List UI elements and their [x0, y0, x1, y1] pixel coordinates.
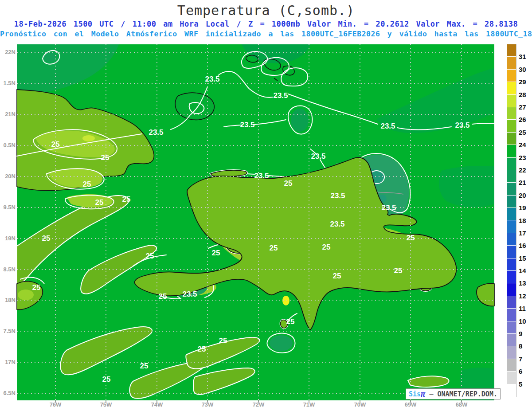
contour-value-label: 23.5: [330, 220, 344, 228]
contour-value-label: 25: [159, 292, 167, 301]
lat-label: 9.5N: [0, 204, 16, 211]
colorbar-segment: [507, 220, 516, 233]
contour-value-label: 25: [122, 195, 131, 204]
lon-label: 71W: [300, 401, 318, 408]
colorbar-tick-label: 21: [519, 179, 532, 186]
colorbar-segment: [507, 346, 516, 359]
temperature-map: 23.523.523.523.523.523.523.523.523.523.5…: [17, 44, 494, 400]
contour-value-label: 23.5: [240, 121, 254, 129]
colorbar-segment: [507, 296, 516, 309]
contour-value-label: 23.5: [273, 91, 288, 100]
contour-value-label: 23.5: [380, 122, 395, 130]
contour-value-label: 25: [286, 317, 295, 326]
contour-value-label: 25: [219, 337, 227, 345]
sispi-product-label: Sis: [409, 390, 421, 398]
colorbar-tick-label: 29: [519, 78, 532, 86]
colorbar-segment: [507, 95, 516, 107]
contour-value-label: 23.5: [455, 121, 469, 129]
contour-value-label: 25: [198, 345, 206, 353]
contour-value-label: 25: [212, 249, 220, 257]
lat-label: 1.5N: [0, 80, 16, 87]
colorbar-segment: [507, 145, 516, 157]
onamet-org-label: ONAMET/REP.DOM.: [437, 390, 497, 398]
colorbar-tick-label: 8: [519, 342, 532, 350]
contour-value-label: 25: [322, 243, 331, 251]
contour-value-label: 25: [333, 272, 341, 280]
colorbar-tick-label: 11: [519, 305, 532, 312]
contour-value-label: 23.5: [254, 172, 269, 180]
contour-value-label: 23.5: [330, 192, 345, 200]
lon-label: 70W: [351, 401, 369, 408]
colorbar-tick-label: 28: [519, 91, 532, 98]
colorbar-segment: [507, 258, 516, 271]
colorbar-tick-label: 22: [519, 166, 532, 174]
colorbar-tick-label: 10: [519, 317, 532, 325]
contour-value-label: 25: [42, 234, 51, 243]
watermark-dash: –: [425, 390, 437, 398]
colorbar-tick-label: 20: [519, 192, 532, 199]
weather-map-figure: Temperatura (C,somb.) 18-Feb-2026 1500 U…: [0, 0, 532, 411]
lon-label: 68W: [453, 401, 470, 408]
model-run-subtitle: Pronóstico con el Modelo Atmósferico WRF…: [0, 30, 532, 38]
colorbar-segment: [507, 107, 516, 120]
lon-label: 75W: [97, 401, 115, 408]
colorbar-tick-label: 25: [519, 129, 532, 136]
colorbar-segment: [507, 57, 516, 69]
colorbar-segment: [507, 82, 516, 94]
temperature-colorbar: [507, 44, 516, 397]
colorbar-tick-label: 31: [519, 53, 532, 60]
lat-label: 7.5N: [0, 328, 16, 335]
colorbar-segment: [507, 271, 516, 283]
pi-symbol: π: [421, 390, 425, 399]
contour-value-label: 23.5: [205, 75, 219, 83]
contour-value-label: 23.5: [311, 152, 325, 160]
colorbar-segment: [507, 208, 516, 220]
colorbar-tick-label: 30: [519, 66, 532, 73]
colorbar-segment: [507, 44, 516, 57]
lat-label: 22N: [0, 49, 16, 56]
colorbar-segment: [507, 372, 516, 384]
lat-label: 8.5N: [0, 266, 16, 273]
colorbar-segment: [507, 158, 516, 170]
lon-label: 76W: [47, 401, 64, 408]
lat-label: 21N: [0, 111, 16, 118]
contour-value-label: 25: [394, 266, 403, 275]
lat-label: 6.5N: [0, 390, 16, 397]
colorbar-segment: [507, 196, 516, 208]
colorbar-tick-label: 24: [519, 141, 532, 149]
colorbar-tick-label: 27: [519, 103, 532, 111]
colorbar-segment: [507, 133, 516, 145]
contour-value-label: 25: [83, 180, 91, 188]
contour-value-label: 25: [101, 153, 110, 162]
contour-value-label: 25: [95, 198, 104, 207]
colorbar-segment: [507, 70, 516, 82]
colorbar-segment: [507, 321, 516, 334]
lon-label: 74W: [148, 401, 166, 408]
colorbar-tick-label: 17: [519, 229, 532, 237]
colorbar-segment: [507, 183, 516, 195]
contour-value-label: 23.5: [149, 128, 163, 137]
colorbar-segment: [507, 233, 516, 246]
lon-label: 72W: [250, 401, 267, 408]
colorbar-segment: [507, 246, 516, 258]
contour-value-label: 25: [146, 252, 154, 260]
colorbar-tick-label: 12: [519, 292, 532, 300]
colorbar-segment: [507, 309, 516, 321]
colorbar-tick-label: 6: [519, 368, 532, 375]
colorbar-segment: [507, 283, 516, 296]
lon-label: 73W: [199, 401, 216, 408]
colorbar-segment: [507, 334, 516, 346]
sispi-watermark: Sisπ – ONAMET/REP.DOM.: [406, 388, 501, 399]
colorbar-tick-label: 18: [519, 217, 532, 224]
contour-value-label: 25: [407, 234, 415, 242]
colorbar-tick-label: 19: [519, 204, 532, 211]
colorbar-segment: [507, 384, 516, 397]
contour-value-label: 25: [284, 179, 293, 188]
contour-value-label: 23.5: [182, 290, 197, 298]
colorbar-tick-label: 9: [519, 330, 532, 337]
colorbar-tick-label: 15: [519, 254, 532, 262]
colorbar-tick-label: 5: [519, 380, 532, 388]
contour-value-label: 23.5: [381, 204, 396, 212]
lon-label: 69W: [402, 401, 419, 408]
page-title: Temperatura (C,somb.): [0, 3, 532, 18]
